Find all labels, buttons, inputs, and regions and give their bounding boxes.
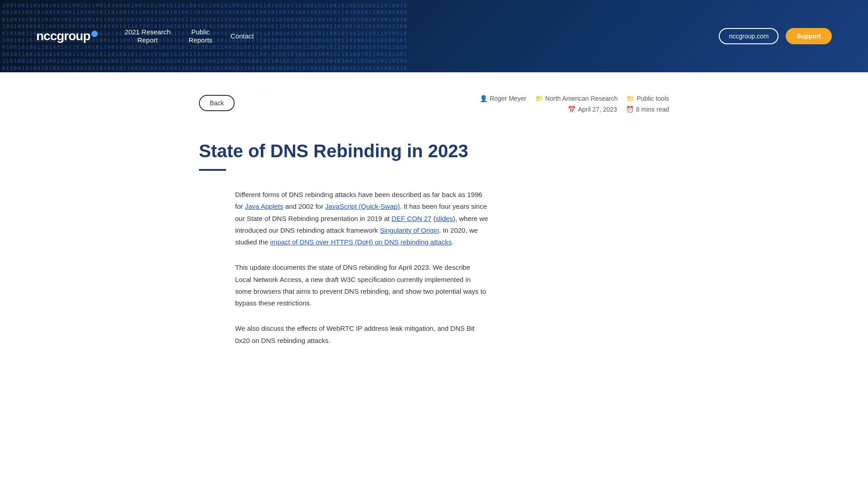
main-content: Back 👤 Roger Meyer 📁 North American Rese… [163, 72, 705, 396]
date-meta: 📅 April 27, 2023 [568, 106, 617, 113]
publish-date: April 27, 2023 [578, 106, 617, 113]
read-time-meta: ⏰ 8 mins read [626, 106, 669, 113]
person-icon: 👤 [480, 95, 487, 102]
website-button[interactable]: nccgroup.com [719, 28, 778, 44]
p1-paren-open: ( [431, 215, 435, 222]
support-button[interactable]: Support [786, 28, 832, 44]
article-meta: 👤 Roger Meyer 📁 North American Research … [480, 95, 669, 113]
read-time: 8 mins read [636, 106, 669, 113]
java-applets-link[interactable]: Java Applets [245, 202, 283, 210]
clock-icon: ⏰ [626, 106, 633, 113]
paragraph-1: Different forms of DNS rebinding attacks… [235, 189, 488, 248]
nav-contact[interactable]: Contact [231, 32, 254, 40]
slides-link[interactable]: slides [436, 215, 453, 222]
singularity-link[interactable]: Singularity of Origin [380, 226, 439, 234]
doh-link[interactable]: impact of DNS over HTTPS (DoH) on DNS re… [270, 238, 452, 246]
main-nav: nccgroup 2021 Research Report Public Rep… [0, 0, 868, 72]
logo[interactable]: nccgroup [36, 29, 98, 43]
p1-text-final: . [452, 238, 453, 246]
calendar-icon: 📅 [568, 106, 575, 113]
nav-links: 2021 Research Report Public Reports Cont… [125, 28, 719, 44]
nav-public-reports[interactable]: Public Reports [189, 28, 212, 44]
author-meta: 👤 Roger Meyer [480, 95, 526, 102]
tag-icon: 📁 [627, 95, 634, 102]
tools-name: Public tools [637, 95, 669, 102]
p1-text-between: and 2002 for [283, 202, 326, 210]
author-name: Roger Meyer [490, 95, 526, 102]
category-meta: 📁 North American Research [535, 95, 618, 102]
folder-icon: 📁 [535, 95, 542, 102]
meta-date-row: 📅 April 27, 2023 ⏰ 8 mins read [568, 106, 669, 113]
back-meta-row: Back 👤 Roger Meyer 📁 North American Rese… [199, 95, 669, 113]
defcon27-link[interactable]: DEF CON 27 [392, 215, 431, 222]
nav-actions: nccgroup.com Support [719, 28, 832, 44]
back-button[interactable]: Back [199, 95, 235, 111]
title-underline [199, 169, 226, 171]
category-name: North American Research [545, 95, 618, 102]
article-title: State of DNS Rebinding in 2023 [199, 140, 669, 162]
page-header: 1001001101001011010010110010100101001101… [0, 0, 868, 72]
nav-research-report[interactable]: 2021 Research Report [125, 28, 171, 44]
article-body: Different forms of DNS rebinding attacks… [199, 189, 669, 347]
paragraph-2: This update documents the state of DNS r… [235, 262, 488, 309]
tools-meta: 📁 Public tools [627, 95, 669, 102]
meta-author-row: 👤 Roger Meyer 📁 North American Research … [480, 95, 669, 102]
paragraph-3: We also discuss the effects of WebRTC IP… [235, 323, 488, 347]
logo-icon [91, 31, 98, 37]
logo-text: nccgroup [36, 29, 90, 43]
javascript-quickswap-link[interactable]: JavaScript (Quick-Swap) [325, 202, 400, 210]
